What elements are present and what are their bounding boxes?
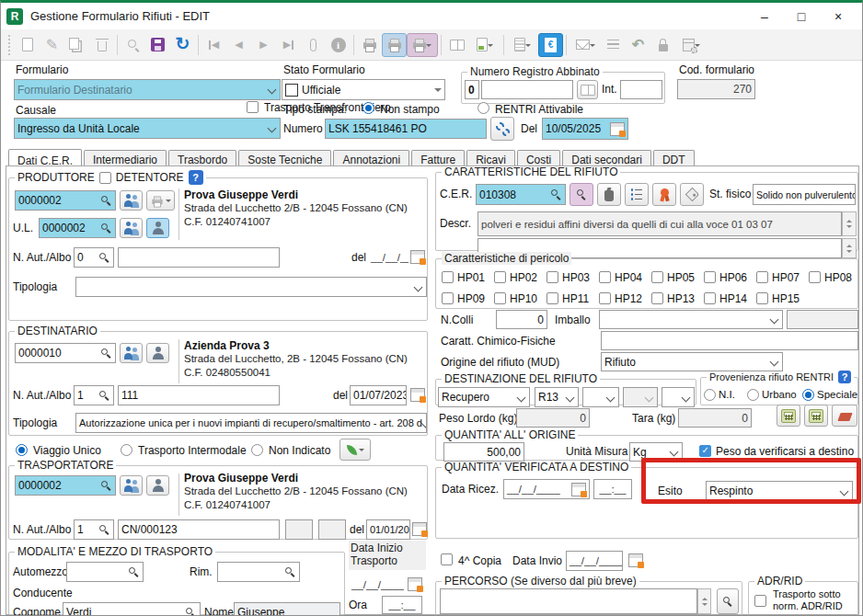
destinatario-code-field[interactable]: 0000010 [15,343,116,363]
quantita-origine-field[interactable]: 500,00 [443,442,524,462]
cer-search-button[interactable] [570,183,593,206]
print-button[interactable] [357,33,382,57]
produttore-people-button[interactable] [120,190,143,211]
calendar-icon[interactable] [410,388,425,402]
origine-mud-dropdown[interactable]: Rifiuto [601,352,783,371]
attachment-button[interactable] [301,33,326,57]
search-icon[interactable] [98,524,110,536]
close-button[interactable]: × [820,5,857,29]
caratt-chimico-field[interactable] [601,331,858,350]
esito-dropdown[interactable]: Respinto [706,481,853,501]
ncolli-field[interactable]: 0 [496,310,547,329]
email-button[interactable] [570,33,601,57]
last-record-button[interactable]: ▶ [276,33,301,57]
destinatario-people-button[interactable] [120,343,143,363]
calc-tara-button[interactable] [804,405,828,427]
peso-verifica-checkbox[interactable] [699,445,711,457]
codice-recupero-dropdown[interactable]: R13 [535,387,579,407]
destinatario-del-date-field[interactable]: 01/07/2023 [350,385,407,405]
delete-button[interactable] [89,33,114,57]
maximize-button[interactable]: □ [783,5,820,29]
percorso-search-button[interactable] [717,588,739,614]
data-inizio-date-field[interactable]: __/__/____ [349,576,404,594]
search-icon[interactable] [100,222,112,234]
imballo-dropdown[interactable] [599,310,783,329]
produttore-ul-people-button[interactable] [120,218,143,238]
archive-settings-button[interactable] [675,33,707,57]
trasportatore-people-button[interactable] [120,475,143,496]
quarta-copia-checkbox[interactable] [441,553,453,565]
nome-field[interactable]: Giuseppe [234,602,340,616]
adr-checkbox[interactable] [754,595,766,607]
descr-field[interactable]: polveri e residui affini diversi da quel… [478,211,842,236]
trasportatore-code-field[interactable]: 0000002 [15,475,116,496]
trasportatore-person-button[interactable] [146,475,169,496]
ora-field[interactable]: __:__ [382,596,422,614]
search-icon[interactable] [284,566,296,578]
search-icon[interactable] [185,607,197,616]
hp07-checkbox[interactable] [756,271,768,283]
produttore-print-dropdown-button[interactable] [146,190,175,211]
first-record-button[interactable]: ◀ [201,33,226,57]
help-icon[interactable]: ? [838,371,851,383]
viaggio-unico-radio[interactable] [16,444,28,456]
calendar-icon[interactable] [412,522,427,536]
trasportatore-naut-text-field[interactable]: CN/000123 [118,519,280,540]
help-icon[interactable]: ? [189,170,203,185]
stato-formulario-dropdown[interactable]: Ufficiale [282,79,445,100]
percorso-field[interactable] [440,588,697,614]
minimize-button[interactable]: – [746,5,783,29]
detentore-checkbox[interactable] [99,172,111,184]
registro-numero-field[interactable]: 0 [465,80,479,99]
search-icon[interactable] [550,188,562,200]
hp05-checkbox[interactable] [651,271,663,283]
revert-button[interactable]: ↶ [626,33,650,57]
data-invio-field[interactable]: __/__/____ [566,551,623,571]
codice-2-dropdown[interactable] [582,387,619,407]
codice-4-dropdown[interactable] [662,387,695,407]
hp01-checkbox[interactable] [442,271,454,283]
calendar-icon[interactable] [628,553,643,567]
print-options-button[interactable] [407,33,438,57]
unita-misura-dropdown[interactable]: Kg [629,442,683,462]
numero-gears-button[interactable] [490,117,514,141]
registro-book-button[interactable] [577,80,598,99]
eco-dropdown-button[interactable] [339,439,371,461]
produttore-ul-person-button[interactable] [146,218,169,238]
calendar-icon[interactable] [410,250,425,264]
cer-certificate-button[interactable] [652,183,676,206]
hp12-checkbox[interactable] [599,292,611,304]
search-icon[interactable] [100,195,112,207]
trasporto-transfrontaliero-checkbox[interactable] [247,101,259,113]
ora-ricez-field[interactable]: __:__ [593,479,632,499]
produttore-code-field[interactable]: 0000002 [15,190,116,211]
refresh-button[interactable]: ↻ [170,33,195,57]
formulario-dropdown[interactable]: Formulario Destinatario [14,79,281,100]
search-icon[interactable] [98,252,110,264]
percorso-spinner[interactable] [697,588,711,614]
produttore-naut-field[interactable]: 0 [74,247,114,268]
clear-weights-button[interactable] [832,405,857,427]
operazione-dropdown[interactable]: Recupero [438,387,530,407]
calc-lordo-button[interactable] [777,405,800,427]
hp03-checkbox[interactable] [547,271,558,283]
notes-list-button[interactable] [601,33,626,57]
cognome-field[interactable]: Verdi [63,602,201,616]
trasporto-intermodale-radio[interactable] [121,444,132,456]
info-button[interactable]: i [326,33,351,57]
produttore-tipologia-dropdown[interactable] [75,277,427,297]
urbano-radio[interactable] [747,389,759,401]
int-field[interactable] [620,80,662,99]
produttore-del-date-field[interactable]: __/__/____ [368,247,408,268]
descr-spinner[interactable] [842,211,857,236]
trasportatore-naut-field[interactable]: 1 [74,519,114,540]
produttore-ul-field[interactable]: 0000002 [39,218,116,238]
cer-bag-button[interactable] [597,183,621,206]
copy-button[interactable] [64,33,89,57]
cer-list-button[interactable] [625,183,649,206]
automezzo-field[interactable] [66,562,144,582]
hp02-checkbox[interactable] [494,271,506,283]
hp04-checkbox[interactable] [599,271,611,283]
non-indicato-radio[interactable] [251,444,263,456]
numero-field[interactable]: LSK 155418461 PO [325,119,487,139]
